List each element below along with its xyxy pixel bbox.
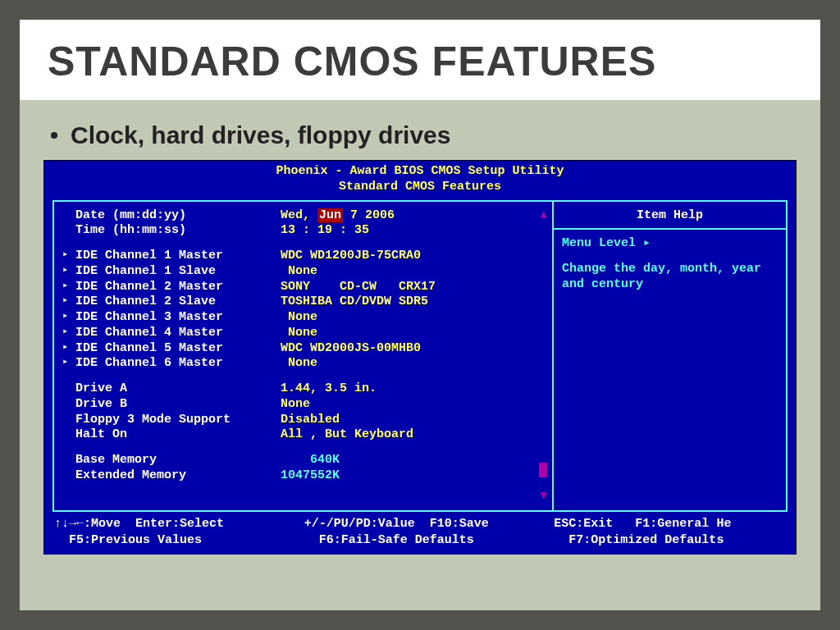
bios-left-pane: ▲ Date (mm:dd:yy) Wed, Jun 7 2006 Time (… [54, 202, 552, 510]
ide-row[interactable]: IDE Channel 3 Master None [62, 310, 547, 326]
drive-row[interactable]: Drive A1.44, 3.5 in. [62, 381, 547, 397]
footer-hint: F6:Fail-Safe Defaults [304, 533, 536, 549]
menu-level: Menu Level ▸ [562, 236, 778, 252]
slide-body: Clock, hard drives, floppy drives Phoeni… [20, 102, 820, 562]
date-row[interactable]: Date (mm:dd:yy) Wed, Jun 7 2006 [62, 208, 547, 224]
drive-row[interactable]: Drive BNone [62, 397, 547, 413]
ide-row[interactable]: IDE Channel 2 SlaveTOSHIBA CD/DVDW SDR5 [62, 294, 547, 310]
ide-row[interactable]: IDE Channel 1 MasterWDC WD1200JB-75CRA0 [62, 249, 547, 264]
footer-hint: ESC:Exit F1:General He [554, 517, 786, 532]
title-bar: STANDARD CMOS FEATURES [20, 20, 820, 102]
memory-row: Extended Memory1047552K [62, 468, 547, 484]
drive-row[interactable]: Halt OnAll , But Keyboard [62, 427, 547, 443]
date-value: Wed, Jun 7 2006 [281, 208, 395, 224]
slide-title: STANDARD CMOS FEATURES [48, 38, 792, 85]
scroll-up-icon[interactable]: ▲ [541, 208, 547, 223]
ide-row[interactable]: IDE Channel 5 MasterWDC WD2000JS-00MHB0 [62, 341, 547, 357]
bios-frame: ▲ Date (mm:dd:yy) Wed, Jun 7 2006 Time (… [52, 200, 788, 512]
bullet-icon [51, 132, 57, 139]
scroll-thumb[interactable] [539, 463, 547, 477]
bios-panel: Phoenix - Award BIOS CMOS Setup Utility … [44, 161, 796, 554]
time-label: Time (hh:mm:ss) [75, 223, 281, 239]
help-title: Item Help [554, 202, 786, 231]
footer-hint: +/-/PU/PD:Value F10:Save [304, 517, 536, 532]
drive-row[interactable]: Floppy 3 Mode SupportDisabled [62, 413, 547, 428]
memory-row: Base Memory 640K [62, 453, 547, 468]
footer-hint: F7:Optimized Defaults [554, 533, 786, 549]
bios-footer: ↑↓→←:Move Enter:Select +/-/PU/PD:Value F… [44, 514, 796, 550]
footer-hint: F5:Previous Values [54, 533, 286, 549]
help-text: Change the day, month, year and century [562, 262, 778, 293]
bios-header-line2: Standard CMOS Features [44, 180, 796, 195]
bullet-item: Clock, hard drives, floppy drives [51, 121, 797, 149]
scroll-down-icon[interactable]: ▼ [541, 489, 547, 504]
time-value: 13 : 19 : 35 [281, 223, 369, 239]
slide: STANDARD CMOS FEATURES Clock, hard drive… [20, 20, 820, 610]
bios-header-line1: Phoenix - Award BIOS CMOS Setup Utility [44, 164, 796, 180]
bios-header: Phoenix - Award BIOS CMOS Setup Utility … [44, 161, 796, 197]
ide-row[interactable]: IDE Channel 1 Slave None [62, 264, 547, 280]
ide-row[interactable]: IDE Channel 6 Master None [62, 356, 547, 372]
footer-hint: ↑↓→←:Move Enter:Select [54, 517, 286, 532]
bios-help-pane: Item Help Menu Level ▸ Change the day, m… [552, 202, 786, 510]
ide-row[interactable]: IDE Channel 2 MasterSONY CD-CW CRX17 [62, 280, 547, 295]
date-label: Date (mm:dd:yy) [75, 208, 281, 224]
bullet-text: Clock, hard drives, floppy drives [71, 121, 450, 149]
time-row[interactable]: Time (hh:mm:ss) 13 : 19 : 35 [62, 223, 547, 239]
date-month-highlight: Jun [317, 208, 343, 222]
ide-row[interactable]: IDE Channel 4 Master None [62, 326, 547, 341]
